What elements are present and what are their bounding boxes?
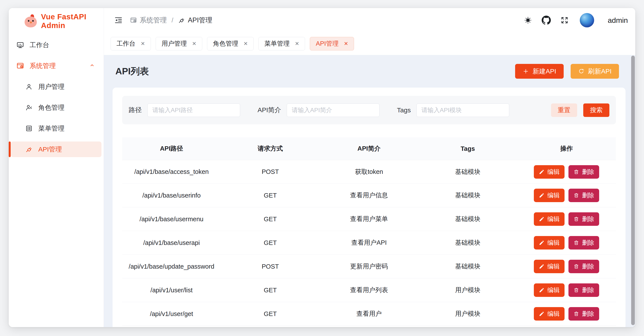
close-icon[interactable]: ✕ bbox=[295, 41, 299, 47]
delete-button[interactable]: 删除 bbox=[568, 283, 599, 297]
edit-button[interactable]: 编辑 bbox=[534, 307, 564, 321]
edit-label: 编辑 bbox=[547, 168, 560, 176]
tab-label: 角色管理 bbox=[213, 39, 238, 48]
cell-api-path: /api/v1/base/update_password bbox=[122, 263, 221, 270]
delete-label: 删除 bbox=[582, 310, 594, 318]
cell-tags: 基础模块 bbox=[418, 262, 517, 271]
cell-summary: 查看用户信息 bbox=[320, 191, 418, 200]
sidebar-item-system[interactable]: 系统管理 bbox=[11, 58, 102, 74]
column-header-method: 请求方式 bbox=[221, 144, 320, 153]
cell-api-path: /api/v1/user/list bbox=[122, 287, 221, 294]
table-header-row: API路径 请求方式 API简介 Tags 操作 bbox=[122, 137, 616, 160]
cell-method: GET bbox=[221, 192, 320, 199]
breadcrumb-label: API管理 bbox=[188, 16, 212, 25]
delete-button[interactable]: 删除 bbox=[568, 307, 599, 321]
fullscreen-icon[interactable] bbox=[560, 15, 569, 25]
table-body: /api/v1/base/access_token POST 获取token 基… bbox=[122, 160, 616, 326]
vertical-scrollbar[interactable] bbox=[631, 56, 635, 325]
breadcrumb-separator: / bbox=[172, 17, 173, 24]
edit-button[interactable]: 编辑 bbox=[534, 189, 564, 202]
edit-label: 编辑 bbox=[547, 262, 560, 271]
sidebar-item-roles[interactable]: 角色管理 bbox=[11, 100, 102, 115]
username[interactable]: admin bbox=[608, 16, 628, 24]
tab-menus[interactable]: 菜单管理 ✕ bbox=[258, 37, 305, 50]
sidebar-item-api[interactable]: API管理 bbox=[11, 142, 102, 157]
top-header: 系统管理 / API管理 bbox=[104, 8, 635, 32]
api-plug-icon bbox=[178, 17, 185, 24]
pencil-icon bbox=[539, 287, 544, 293]
github-icon[interactable] bbox=[542, 15, 551, 25]
summary-filter-input[interactable] bbox=[287, 103, 380, 117]
edit-button[interactable]: 编辑 bbox=[534, 236, 564, 249]
search-button[interactable]: 搜索 bbox=[583, 103, 610, 117]
cell-summary: 获取token bbox=[320, 168, 418, 176]
monitor-icon bbox=[16, 41, 24, 49]
close-icon[interactable]: ✕ bbox=[244, 41, 248, 47]
user-icon bbox=[25, 83, 33, 91]
user-avatar[interactable] bbox=[580, 13, 594, 27]
new-api-button[interactable]: 新建API bbox=[515, 64, 564, 79]
tab-workbench[interactable]: 工作台 ✕ bbox=[110, 37, 151, 50]
edit-button[interactable]: 编辑 bbox=[534, 283, 564, 297]
cell-tags: 基础模块 bbox=[418, 238, 517, 247]
breadcrumb: 系统管理 / API管理 bbox=[130, 16, 212, 25]
delete-button[interactable]: 删除 bbox=[568, 189, 599, 202]
close-icon[interactable]: ✕ bbox=[192, 41, 196, 47]
edit-label: 编辑 bbox=[547, 215, 560, 223]
cell-summary: 查看用户列表 bbox=[320, 286, 418, 295]
edit-button[interactable]: 编辑 bbox=[534, 165, 564, 179]
cell-api-path: /api/v1/base/access_token bbox=[122, 168, 221, 175]
trash-icon bbox=[574, 287, 579, 293]
table-row: /api/v1/base/userinfo GET 查看用户信息 基础模块 bbox=[122, 184, 616, 207]
sidebar: Vue FastAPI Admin 工作台 bbox=[9, 8, 104, 327]
table-row: /api/v1/base/userapi GET 查看用户API 基础模块 bbox=[122, 231, 616, 255]
cell-tags: 基础模块 bbox=[418, 168, 517, 176]
path-filter-input[interactable] bbox=[148, 103, 240, 117]
theme-sun-icon[interactable] bbox=[523, 15, 533, 25]
tab-users[interactable]: 用户管理 ✕ bbox=[156, 37, 202, 50]
refresh-api-button[interactable]: 刷新API bbox=[571, 64, 619, 79]
sidebar-item-workbench[interactable]: 工作台 bbox=[11, 37, 102, 53]
table-row: /api/v1/base/update_password POST 更新用户密码… bbox=[122, 255, 616, 278]
cell-method: GET bbox=[221, 239, 320, 246]
table-row: /api/v1/user/get GET 查看用户 用户模块 bbox=[122, 302, 616, 326]
system-gear-icon bbox=[130, 17, 137, 24]
tab-label: 工作台 bbox=[116, 39, 136, 48]
delete-button[interactable]: 删除 bbox=[568, 212, 599, 226]
sidebar-item-users[interactable]: 用户管理 bbox=[11, 79, 102, 95]
tab-label: 用户管理 bbox=[162, 39, 187, 48]
trash-icon bbox=[574, 169, 579, 175]
delete-button[interactable]: 删除 bbox=[568, 260, 599, 273]
column-header-tags: Tags bbox=[418, 145, 517, 152]
sidebar-item-menus[interactable]: 菜单管理 bbox=[11, 121, 102, 136]
edit-button[interactable]: 编辑 bbox=[534, 260, 564, 273]
cell-api-path: /api/v1/base/userapi bbox=[122, 239, 221, 246]
cell-actions: 编辑 删除 bbox=[517, 283, 616, 297]
breadcrumb-item-system[interactable]: 系统管理 bbox=[130, 16, 167, 25]
cell-summary: 查看用户 bbox=[320, 310, 418, 318]
reset-button[interactable]: 重置 bbox=[551, 103, 577, 117]
edit-button[interactable]: 编辑 bbox=[534, 212, 564, 226]
sidebar-collapse-icon[interactable] bbox=[114, 16, 123, 25]
breadcrumb-item-api[interactable]: API管理 bbox=[178, 16, 212, 25]
tab-roles[interactable]: 角色管理 ✕ bbox=[207, 37, 254, 50]
cell-summary: 查看用户菜单 bbox=[320, 215, 418, 223]
delete-button[interactable]: 删除 bbox=[568, 165, 599, 179]
tags-filter-input[interactable] bbox=[416, 103, 509, 117]
close-icon[interactable]: ✕ bbox=[141, 41, 145, 47]
menu-list-icon bbox=[25, 125, 33, 132]
refresh-api-label: 刷新API bbox=[588, 67, 612, 76]
api-table: API路径 请求方式 API简介 Tags 操作 /api/v1/base/ac… bbox=[122, 137, 616, 327]
sidebar-item-label: API管理 bbox=[38, 145, 62, 154]
logo: Vue FastAPI Admin bbox=[9, 8, 104, 34]
page-title-row: API列表 新建API 刷新API bbox=[112, 64, 626, 79]
cell-actions: 编辑 删除 bbox=[517, 165, 616, 179]
plus-icon bbox=[522, 68, 529, 75]
tab-label: 菜单管理 bbox=[264, 39, 290, 48]
pencil-icon bbox=[539, 240, 544, 246]
cell-api-path: /api/v1/base/userinfo bbox=[122, 192, 221, 199]
tab-api[interactable]: API管理 ✕ bbox=[310, 37, 354, 50]
api-plug-icon bbox=[25, 145, 33, 153]
close-icon[interactable]: ✕ bbox=[344, 41, 348, 47]
delete-button[interactable]: 删除 bbox=[568, 236, 599, 249]
